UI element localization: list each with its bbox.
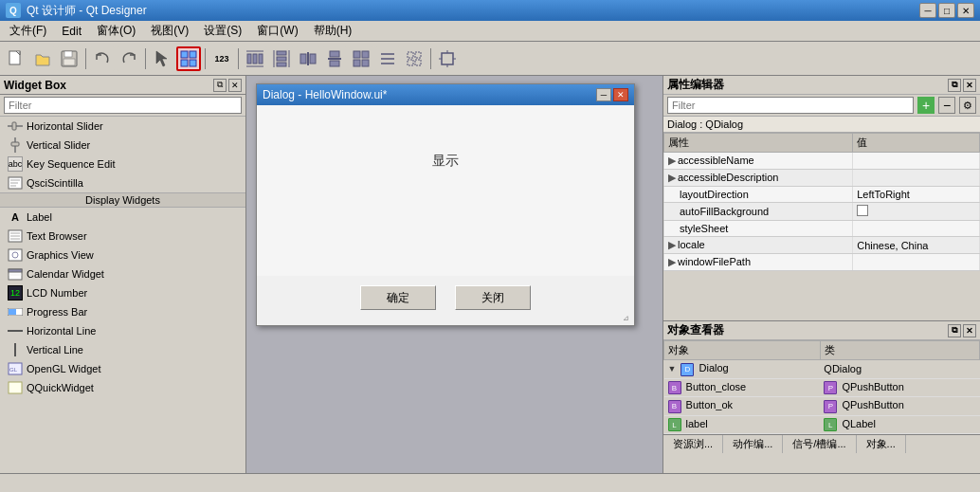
dialog-minimize-btn[interactable]: ─ <box>596 88 611 101</box>
toolbar-break-layout-btn[interactable] <box>402 46 426 71</box>
dialog-class-label: Dialog : QDialog <box>663 117 980 133</box>
properties-filter-input[interactable] <box>667 97 914 114</box>
toolbar-tab-order-btn[interactable]: 123 <box>209 46 234 71</box>
table-row[interactable]: B Button_close P QPushButton <box>664 378 980 397</box>
auto-fill-checkbox[interactable] <box>857 205 868 216</box>
svg-rect-64 <box>9 382 22 393</box>
app-icon: Q <box>6 3 21 18</box>
expand-icon[interactable]: ▶ <box>668 155 676 166</box>
properties-panel-title: 属性编辑器 <box>667 77 724 93</box>
tree-expand-icon[interactable]: ▼ <box>668 364 677 374</box>
widget-item-label[interactable]: A Label <box>0 208 245 227</box>
toolbar-redo-btn[interactable] <box>117 46 141 71</box>
toolbar-adjust-size-btn[interactable] <box>435 46 460 71</box>
properties-panel-controls: ⧉ ✕ <box>948 79 976 92</box>
prop-value-cell[interactable] <box>853 203 980 221</box>
dialog-ok-btn[interactable]: 确定 <box>360 285 436 310</box>
toolbar-layout-splitterv-btn[interactable] <box>322 46 347 71</box>
widget-label: Calendar Widget <box>27 268 104 280</box>
widget-item-lcd-number[interactable]: 12 LCD Number <box>0 283 245 302</box>
prop-value-cell[interactable] <box>853 221 980 237</box>
toolbar-pointer-btn[interactable] <box>150 46 174 71</box>
dialog-body[interactable]: 显示 <box>257 105 634 276</box>
table-row[interactable]: L label L QLabel <box>664 415 980 434</box>
objects-panel-close-btn[interactable]: ✕ <box>963 324 976 337</box>
menu-window-form[interactable]: 窗体(O) <box>89 21 143 41</box>
properties-add-btn[interactable]: + <box>917 97 935 114</box>
properties-settings-btn[interactable]: ⚙ <box>959 97 976 114</box>
prop-value-cell[interactable]: Chinese, China <box>853 237 980 254</box>
close-button[interactable]: ✕ <box>957 3 974 18</box>
widget-item-progress-bar[interactable]: Progress Bar <box>0 302 245 321</box>
widget-item-vertical-line[interactable]: Vertical Line <box>0 340 245 359</box>
properties-remove-btn[interactable]: − <box>938 97 955 114</box>
prop-value-cell[interactable] <box>853 153 980 170</box>
widget-label: Key Sequence Edit <box>27 158 116 170</box>
toolbar-layout-grid-btn[interactable] <box>349 46 373 71</box>
table-row: autoFillBackground <box>664 203 980 221</box>
objects-panel-float-btn[interactable]: ⧉ <box>948 324 961 337</box>
widget-filter-input[interactable] <box>4 97 242 114</box>
toolbar-layout-splitterh-btn[interactable] <box>296 46 320 71</box>
menu-window[interactable]: 窗口(W) <box>249 21 305 41</box>
dialog-resize-handle[interactable]: ⊿ <box>623 314 634 325</box>
properties-panel-close-btn[interactable]: ✕ <box>963 79 976 92</box>
svg-rect-35 <box>415 60 421 65</box>
minimize-button[interactable]: ─ <box>919 3 936 18</box>
toolbar-layout-v-btn[interactable] <box>269 46 294 71</box>
expand-icon[interactable]: ▶ <box>668 239 676 250</box>
widget-item-graphics-view[interactable]: Graphics View <box>0 246 245 264</box>
tab-objects[interactable]: 对象... <box>857 435 906 453</box>
obj-class-cell: P QPushButton <box>820 378 979 397</box>
widget-item-opengl[interactable]: GL OpenGL Widget <box>0 359 245 378</box>
menu-help[interactable]: 帮助(H) <box>306 21 360 41</box>
widget-item-qquick[interactable]: QQuickWidget <box>0 378 245 397</box>
menu-view[interactable]: 视图(V) <box>143 21 196 41</box>
expand-icon[interactable]: ▶ <box>668 172 676 183</box>
table-row[interactable]: ▼ D Dialog QDialog <box>664 360 980 379</box>
properties-panel-float-btn[interactable]: ⧉ <box>948 79 961 92</box>
tab-signals[interactable]: 信号/槽编... <box>783 435 856 453</box>
widget-item-text-browser[interactable]: Text Browser <box>0 227 245 246</box>
menu-file[interactable]: 文件(F) <box>2 21 54 41</box>
toolbar-edit-widgets-btn[interactable] <box>176 46 201 71</box>
prop-value-cell[interactable] <box>853 170 980 187</box>
title-bar-left: Q Qt 设计师 - Qt Designer <box>6 3 147 19</box>
menu-edit[interactable]: Edit <box>54 23 89 40</box>
properties-filter-row: + − ⚙ <box>663 95 980 117</box>
widget-box-float-btn[interactable]: ⧉ <box>213 79 227 92</box>
expand-icon[interactable]: ▶ <box>668 256 676 267</box>
widget-item-key-seq-edit[interactable]: abc Key Sequence Edit <box>0 155 245 173</box>
svg-rect-6 <box>190 51 196 58</box>
widget-item-horizontal-line[interactable]: Horizontal Line <box>0 321 245 340</box>
tab-actions[interactable]: 动作编... <box>723 435 783 453</box>
widget-item-vertical-slider[interactable]: Vertical Slider <box>0 136 245 155</box>
prop-value-cell[interactable]: LeftToRight <box>853 187 980 203</box>
toolbar-layout-h-btn[interactable] <box>243 46 267 71</box>
menu-settings[interactable]: 设置(S) <box>196 21 249 41</box>
widget-box-close-btn[interactable]: ✕ <box>228 79 242 92</box>
widget-item-horizontal-slider[interactable]: Horizontal Slider <box>0 117 245 136</box>
widget-item-calendar[interactable]: Calendar Widget <box>0 264 245 283</box>
properties-panel-header: 属性编辑器 ⧉ ✕ <box>663 76 980 95</box>
svg-rect-10 <box>253 54 257 64</box>
toolbar-undo-btn[interactable] <box>90 46 115 71</box>
obj-name: Button_ok <box>686 399 734 410</box>
objects-panel-header: 对象查看器 ⧉ ✕ <box>663 321 980 340</box>
table-row[interactable]: B Button_ok P QPushButton <box>664 397 980 416</box>
toolbar-new-btn[interactable] <box>4 46 28 71</box>
pushbutton-type-icon-2: P <box>824 400 837 413</box>
qquick-icon <box>8 380 23 395</box>
toolbar-layout-form-btn[interactable] <box>375 46 400 71</box>
widget-label: Text Browser <box>27 230 87 242</box>
widget-item-qsciscintilla[interactable]: QsciScintilla <box>0 173 245 192</box>
toolbar-open-btn[interactable] <box>30 46 55 71</box>
dialog-window[interactable]: Dialog - HelloWindow.ui* ─ ✕ 显示 确定 关闭 ⊿ <box>256 83 635 326</box>
dialog-close-btn[interactable]: ✕ <box>613 88 628 101</box>
svg-rect-2 <box>64 51 72 57</box>
dialog-close-inner-btn[interactable]: 关闭 <box>455 285 531 310</box>
toolbar-save-btn[interactable] <box>57 46 82 71</box>
tab-resources[interactable]: 资源浏... <box>663 435 723 453</box>
maximize-button[interactable]: □ <box>938 3 955 18</box>
prop-value-cell[interactable] <box>853 254 980 271</box>
